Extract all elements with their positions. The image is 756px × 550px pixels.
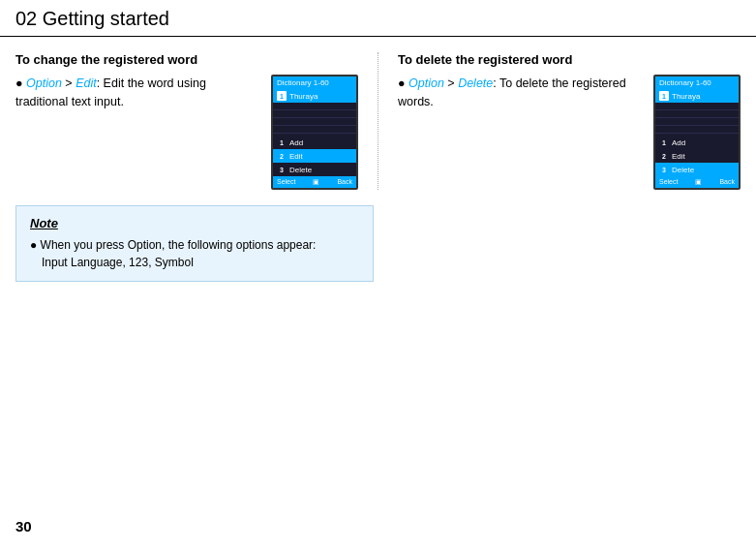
- left-bullet: ●: [15, 76, 26, 90]
- right-delete: Delete: [458, 76, 493, 90]
- page-header: 02 Getting started: [0, 0, 756, 37]
- page-number: 30: [15, 518, 32, 535]
- left-phone-bottom: Select ▣ Back: [273, 176, 356, 188]
- note-title: Note: [30, 216, 359, 230]
- left-phone-screen: Dictionary 1-60 1 Thuraya 1 Add: [271, 75, 358, 190]
- right-phone-title: Dictionary 1-60: [655, 76, 739, 89]
- right-option: Option: [408, 76, 444, 90]
- right-menu-delete: 3 Delete: [655, 163, 739, 176]
- left-menu-add: 1 Add: [273, 136, 356, 149]
- right-bullet: ●: [398, 76, 408, 90]
- right-phone-screen: Dictionary 1-60 1 Thuraya 1 Add: [653, 75, 741, 190]
- right-text-content: ● Option > Delete: To delete the registe…: [398, 75, 642, 111]
- left-menu-edit: 2 Edit: [273, 149, 356, 163]
- note-symbol: Symbol: [155, 256, 194, 269]
- note-box: Note ● When you press Option, the follow…: [15, 205, 374, 282]
- left-option: Option: [26, 76, 62, 90]
- note-text-before: When you press: [41, 238, 128, 252]
- right-menu-add: 1 Add: [655, 136, 739, 149]
- right-section: To delete the registered word ● Option >…: [378, 52, 741, 190]
- note-text-after: , the following options appear:: [162, 238, 316, 252]
- right-phone-menu: 1 Add 2 Edit 3 Delete: [655, 136, 739, 176]
- left-edit: Edit: [76, 76, 97, 90]
- right-phone-list-item: 1 Thuraya: [655, 89, 739, 103]
- right-sep1: >: [444, 76, 458, 90]
- left-section-title: To change the registered word: [15, 52, 358, 67]
- right-phone-bottom: Select ▣ Back: [655, 176, 739, 188]
- left-phone-menu: 1 Add 2 Edit 3 Delete: [273, 136, 356, 176]
- left-phone-empty: [273, 103, 356, 134]
- note-123: 123: [129, 256, 148, 269]
- page-title: 02 Getting started: [15, 8, 741, 30]
- left-menu-delete: 3 Delete: [273, 163, 356, 176]
- left-section-body: ● Option > Edit: Edit the word using tra…: [15, 75, 358, 190]
- left-phone-list-item: 1 Thuraya: [273, 89, 356, 103]
- left-section: To change the registered word ● Option >…: [15, 52, 378, 190]
- left-phone-title: Dictionary 1-60: [273, 76, 356, 89]
- right-phone-empty: [655, 103, 739, 134]
- left-text-content: ● Option > Edit: Edit the word using tra…: [15, 75, 259, 111]
- right-section-title: To delete the registered word: [398, 52, 741, 67]
- note-bullet: ●: [30, 238, 41, 252]
- note-input-lang: Input Language: [42, 256, 122, 269]
- note-options: Input Language, 123, Symbol: [30, 254, 194, 271]
- note-body: ● When you press Option, the following o…: [30, 236, 359, 271]
- right-menu-edit: 2 Edit: [655, 149, 739, 163]
- right-section-body: ● Option > Delete: To delete the registe…: [398, 75, 741, 190]
- left-sep1: >: [62, 76, 76, 90]
- note-option: Option: [128, 238, 162, 252]
